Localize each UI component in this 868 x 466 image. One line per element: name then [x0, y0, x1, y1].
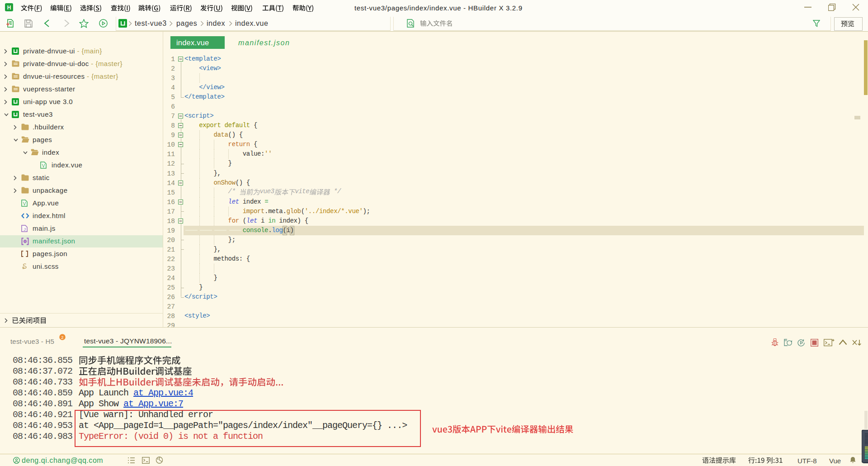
svg-text:V: V [23, 201, 26, 206]
svg-text:V: V [42, 163, 45, 168]
svg-text:H: H [7, 5, 11, 11]
svg-text:J: J [24, 227, 26, 232]
svg-text:2: 2 [61, 335, 63, 340]
